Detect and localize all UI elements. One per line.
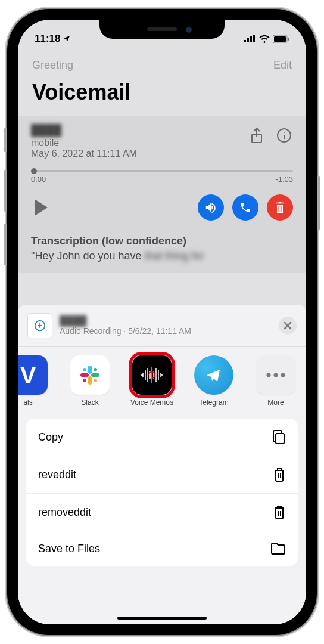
close-icon[interactable]: [279, 317, 297, 335]
svg-rect-0: [244, 40, 246, 42]
battery-icon: [273, 35, 289, 43]
caller-name: ████: [31, 124, 137, 137]
speaker-button[interactable]: [198, 194, 224, 221]
action-removeddit[interactable]: removeddit: [26, 494, 298, 531]
share-actions-list: Copy reveddit removeddit: [26, 419, 298, 566]
share-icon[interactable]: [248, 126, 266, 144]
svg-point-15: [83, 368, 86, 371]
edit-button[interactable]: Edit: [273, 59, 292, 72]
share-item-title: ████: [60, 315, 272, 326]
svg-rect-14: [80, 373, 89, 377]
svg-rect-12: [91, 373, 99, 377]
share-app-more[interactable]: More: [250, 355, 301, 407]
info-icon[interactable]: [275, 126, 293, 144]
svg-point-9: [284, 132, 285, 133]
svg-point-17: [94, 379, 97, 382]
home-indicator[interactable]: [117, 617, 207, 620]
share-app-voice-memos[interactable]: Voice Memos: [126, 355, 177, 407]
share-app-telegram[interactable]: Telegram: [188, 355, 239, 407]
svg-rect-23: [276, 434, 284, 444]
svg-point-20: [267, 373, 271, 377]
greeting-button[interactable]: Greeting: [32, 59, 73, 72]
wifi-icon: [259, 35, 270, 43]
play-button[interactable]: [35, 199, 48, 216]
highlight-ring: [129, 352, 175, 398]
action-save-to-files[interactable]: Save to Files: [26, 531, 298, 566]
svg-point-22: [281, 373, 285, 377]
trash-icon: [273, 467, 286, 482]
svg-rect-2: [250, 36, 252, 42]
transcription-text: "Hey John do you have that thing for: [31, 250, 293, 262]
svg-rect-13: [88, 376, 92, 385]
notch: [99, 20, 225, 39]
screen: 11:18: [18, 20, 306, 624]
call-button[interactable]: [232, 194, 258, 221]
phone-frame: 11:18: [7, 9, 317, 635]
share-app-slack[interactable]: Slack: [64, 355, 116, 407]
copy-icon: [272, 429, 286, 445]
share-app-partial[interactable]: V als: [18, 355, 54, 407]
folder-icon: [270, 542, 286, 555]
transcription-label: Transcription (low confidence): [31, 235, 293, 247]
svg-rect-6: [288, 38, 289, 41]
nav-bar: Greeting Edit: [18, 49, 306, 74]
action-copy[interactable]: Copy: [26, 419, 298, 456]
action-reveddit[interactable]: reveddit: [26, 456, 298, 494]
svg-rect-3: [253, 35, 255, 42]
caller-type: mobile: [31, 138, 137, 148]
share-sheet: ████ Audio Recording · 5/6/22, 11:11 AM …: [18, 305, 306, 624]
svg-rect-11: [88, 366, 92, 374]
voicemail-card: ████ mobile May 6, 2022 at 11:11 AM: [18, 116, 306, 273]
location-icon: [63, 35, 71, 43]
progress-slider[interactable]: [31, 170, 293, 172]
svg-point-18: [83, 379, 86, 382]
svg-rect-5: [274, 36, 286, 42]
delete-button[interactable]: [267, 194, 293, 221]
voicemail-date: May 6, 2022 at 11:11 AM: [31, 148, 137, 159]
page-title: Voicemail: [18, 74, 306, 116]
trash-icon: [273, 504, 286, 520]
svg-point-21: [274, 373, 278, 377]
svg-rect-1: [247, 38, 249, 42]
svg-point-16: [94, 368, 97, 371]
status-time: 11:18: [35, 33, 60, 45]
signal-icon: [244, 35, 256, 42]
time-remaining: -1:03: [275, 175, 293, 184]
share-thumbnail-icon: [27, 313, 52, 338]
time-elapsed: 0:00: [31, 175, 46, 184]
share-item-subtitle: Audio Recording · 5/6/22, 11:11 AM: [60, 326, 272, 336]
share-app-row[interactable]: V als: [18, 347, 306, 415]
